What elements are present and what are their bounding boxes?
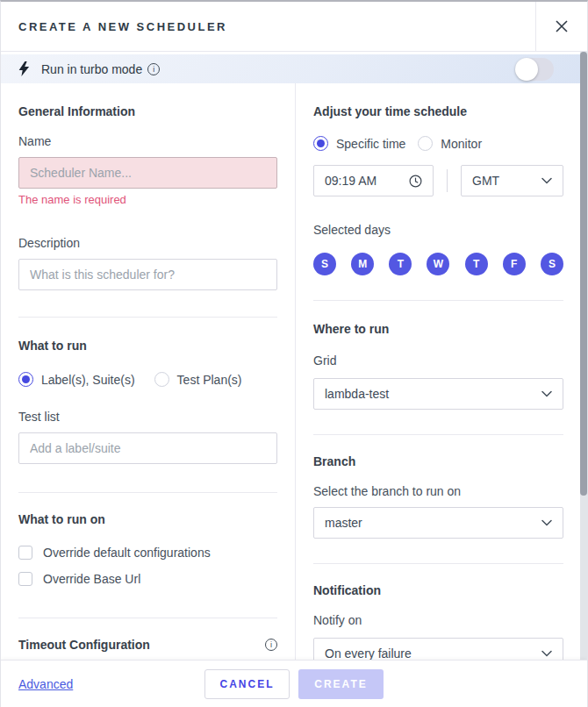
test-list-label: Test list <box>18 410 277 424</box>
radio-test-plans[interactable]: Test Plan(s) <box>154 372 242 387</box>
divider <box>313 300 563 301</box>
checkbox-label: Override default configurations <box>43 546 211 560</box>
radio-label: Label(s), Suite(s) <box>41 373 135 387</box>
chevron-down-icon <box>541 177 552 184</box>
turbo-mode-toggle[interactable] <box>515 58 554 81</box>
timezone-select[interactable]: GMT <box>461 165 563 196</box>
page-title: CREATE A NEW SCHEDULER <box>1 20 535 33</box>
branch-value: master <box>325 516 362 530</box>
what-to-run-on-heading: What to run on <box>18 512 277 526</box>
turbo-mode-label: Run in turbo mode <box>41 62 142 76</box>
day-chip-wednesday[interactable]: W <box>427 253 449 275</box>
day-chip-friday[interactable]: F <box>503 253 526 275</box>
close-icon <box>555 19 569 33</box>
chevron-down-icon <box>541 519 552 526</box>
time-picker[interactable]: 09:19 AM <box>313 165 434 196</box>
advanced-link[interactable]: Advanced <box>18 677 73 691</box>
divider <box>313 434 563 435</box>
grid-value: lambda-test <box>325 387 389 401</box>
dialog-header: CREATE A NEW SCHEDULER <box>1 2 587 52</box>
radio-labels-suites[interactable]: Label(s), Suite(s) <box>18 372 135 387</box>
radio-label: Test Plan(s) <box>177 373 242 387</box>
checkbox-icon <box>18 546 32 560</box>
checkbox-icon <box>18 572 32 586</box>
what-to-run-heading: What to run <box>18 339 277 353</box>
info-icon[interactable]: i <box>265 639 277 651</box>
time-settings-row: 09:19 AM GMT <box>313 165 563 196</box>
grid-select[interactable]: lambda-test <box>313 378 563 410</box>
divider <box>18 492 277 493</box>
notify-on-label: Notify on <box>313 613 563 627</box>
radio-specific-time[interactable]: Specific time <box>313 136 405 151</box>
turbo-mode-banner: Run in turbo mode i <box>1 54 587 83</box>
notify-on-value: On every failure <box>325 646 412 660</box>
notify-on-select[interactable]: On every failure <box>313 638 563 660</box>
scrollbar-thumb[interactable] <box>580 52 587 496</box>
left-column: General Information Name The name is req… <box>1 83 296 660</box>
divider <box>313 563 563 564</box>
description-label: Description <box>18 236 277 250</box>
close-button[interactable] <box>549 14 574 39</box>
radio-label: Specific time <box>336 137 405 151</box>
footer-buttons: CANCEL CREATE <box>204 669 384 699</box>
scheduler-name-input[interactable] <box>18 157 277 189</box>
override-default-configs-checkbox[interactable]: Override default configurations <box>18 546 277 560</box>
day-selector: S M T W T F S <box>313 253 563 275</box>
grid-label: Grid <box>313 354 563 368</box>
create-scheduler-dialog: CREATE A NEW SCHEDULER Run in turbo mode… <box>0 0 588 707</box>
close-button-area <box>535 2 587 51</box>
radio-selected-icon <box>18 372 33 387</box>
branch-heading: Branch <box>313 454 563 468</box>
create-button[interactable]: CREATE <box>298 669 384 699</box>
right-column: Adjust your time schedule Specific time … <box>296 83 587 660</box>
radio-unselected-icon <box>154 372 169 387</box>
override-base-url-checkbox[interactable]: Override Base Url <box>18 572 277 586</box>
day-chip-tuesday[interactable]: T <box>389 253 412 275</box>
scrollbar-track[interactable] <box>580 52 587 660</box>
day-chip-sunday[interactable]: S <box>313 253 336 275</box>
day-chip-thursday[interactable]: T <box>465 253 488 275</box>
timeout-heading-row: Timeout Configuration i <box>18 638 277 652</box>
checkbox-label: Override Base Url <box>43 572 140 586</box>
timeout-config-heading: Timeout Configuration <box>18 638 150 652</box>
dialog-body: General Information Name The name is req… <box>1 83 587 660</box>
divider <box>18 618 277 618</box>
time-schedule-heading: Adjust your time schedule <box>313 104 563 118</box>
where-to-run-heading: Where to run <box>313 322 563 336</box>
chevron-down-icon <box>541 390 552 397</box>
name-label: Name <box>18 134 277 148</box>
radio-monitor[interactable]: Monitor <box>418 136 482 151</box>
day-chip-saturday[interactable]: S <box>541 253 563 275</box>
what-to-run-radio-group: Label(s), Suite(s) Test Plan(s) <box>18 372 277 387</box>
branch-select[interactable]: master <box>313 507 563 539</box>
test-list-input[interactable] <box>18 432 277 464</box>
notification-heading: Notification <box>313 583 563 597</box>
cancel-button[interactable]: CANCEL <box>204 669 290 699</box>
radio-unselected-icon <box>418 136 433 151</box>
vertical-divider <box>447 169 448 192</box>
chevron-down-icon <box>541 650 552 657</box>
radio-label: Monitor <box>441 137 482 151</box>
radio-selected-icon <box>313 136 328 151</box>
description-input[interactable] <box>18 259 277 290</box>
info-icon[interactable]: i <box>147 63 160 75</box>
selected-days-label: Selected days <box>313 223 563 237</box>
dialog-footer: Advanced CANCEL CREATE <box>1 660 587 707</box>
toggle-knob <box>515 58 538 81</box>
name-error-message: The name is required <box>18 193 277 206</box>
divider <box>18 317 277 318</box>
day-chip-monday[interactable]: M <box>351 253 374 275</box>
branch-label: Select the branch to run on <box>313 484 563 498</box>
general-info-heading: General Information <box>18 104 277 118</box>
time-mode-radio-group: Specific time Monitor <box>313 136 563 151</box>
timezone-value: GMT <box>472 174 499 188</box>
clock-icon <box>409 175 422 188</box>
lightning-icon <box>18 61 30 76</box>
time-value: 09:19 AM <box>325 174 376 188</box>
